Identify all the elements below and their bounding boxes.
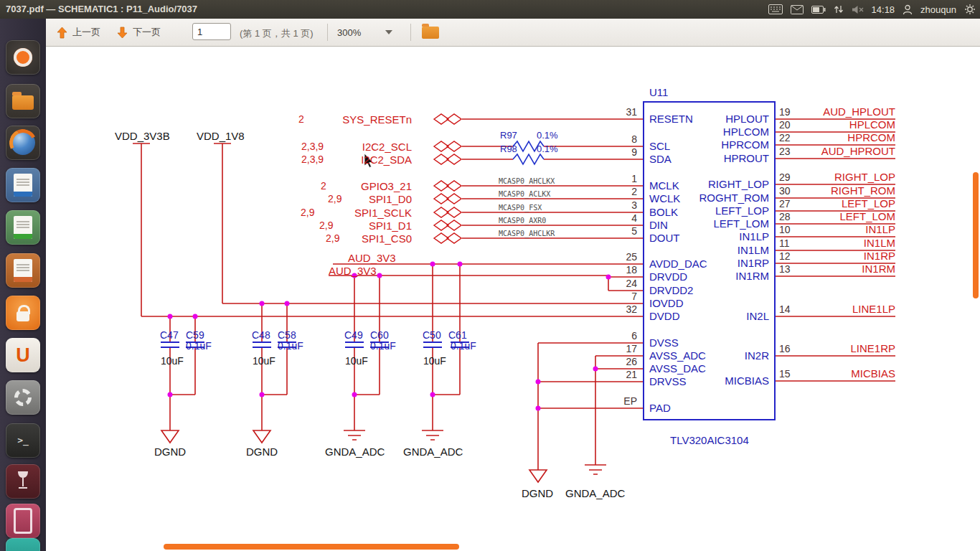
cap-value: 10uF	[423, 355, 446, 367]
left-net-label: SPI1_D1	[297, 220, 412, 232]
volume-muted-icon[interactable]	[852, 5, 864, 14]
left-pin-number: 5	[608, 225, 637, 237]
wine-icon[interactable]	[6, 464, 40, 499]
cap-value: 0.1uF	[451, 340, 476, 352]
libreoffice-calc-icon[interactable]	[6, 210, 40, 245]
left-net-label: SPI1_SCLK	[297, 207, 412, 219]
page-number-input[interactable]	[192, 23, 231, 40]
right-pin-name: LEFT_LOM	[654, 217, 769, 230]
gear-icon	[14, 389, 32, 406]
right-pin-name: RIGHT_LOP	[654, 178, 769, 190]
cap-ref: C49	[344, 329, 363, 341]
cap-ref: C59	[186, 329, 204, 341]
previous-page-label: 上一页	[72, 26, 100, 39]
left-pin-number: 6	[608, 330, 637, 342]
net-label-aud-3v3: AUD_3V3	[348, 252, 396, 264]
network-traffic-icon[interactable]	[834, 4, 844, 14]
right-pin-name: IN1LP	[654, 230, 769, 242]
mail-icon[interactable]	[791, 5, 804, 14]
cap-ref: C50	[423, 329, 441, 341]
battery-icon[interactable]	[811, 6, 826, 14]
tablet-tool-icon[interactable]	[6, 504, 40, 538]
recent-folder-button[interactable]	[418, 22, 443, 42]
desktop: 7037.pdf — SCHEMATIC1 : P11_Audio/7037 1…	[0, 0, 980, 551]
clock[interactable]: 14:18	[872, 4, 895, 15]
cap-value: 0.1uF	[278, 340, 303, 352]
cap-value: 10uF	[161, 355, 184, 367]
left-pin-number: 21	[608, 369, 637, 380]
power-label: VDD_1V8	[197, 130, 245, 142]
left-pin-name: AVSS_DAC	[649, 362, 706, 375]
firefox-icon[interactable]	[6, 126, 40, 160]
left-pin-number: EP	[608, 395, 637, 407]
user-menu[interactable]: zhouqun	[920, 4, 956, 15]
bus-label: MCASP0_ACLKX	[499, 190, 550, 199]
right-net-label: LINE1LP	[781, 303, 895, 315]
ground-label: DGND	[154, 446, 186, 458]
right-pin-name: IN2R	[654, 349, 769, 362]
left-pin-number: 31	[608, 106, 637, 118]
resistor-tolerance: 0.1%	[537, 131, 558, 141]
left-pin-number: 9	[608, 146, 637, 158]
right-net-label: IN1RP	[781, 250, 895, 262]
ground-label: GNDA_ADC	[325, 446, 385, 458]
user-icon[interactable]	[903, 4, 913, 15]
cap-value: 0.1uF	[370, 340, 396, 352]
horizontal-scrollbar-thumb[interactable]	[164, 544, 459, 550]
next-page-button[interactable]: 下一页	[112, 22, 165, 42]
right-pin-name: LEFT_LOP	[654, 204, 769, 217]
ubuntu-dash-icon[interactable]	[6, 40, 40, 75]
left-net-label: SPI1_D0	[297, 193, 412, 205]
top-menu-bar: 7037.pdf — SCHEMATIC1 : P11_Audio/7037 1…	[0, 0, 980, 19]
right-net-label: HPRCOM	[781, 131, 895, 143]
cap-ref: C61	[448, 329, 467, 341]
chip-part-number: TLV320AIC3104	[670, 434, 749, 446]
zoom-combobox[interactable]: 300%	[333, 22, 397, 42]
ubuntu-software-center-icon[interactable]	[6, 296, 40, 330]
system-settings-icon[interactable]	[6, 380, 40, 415]
presentation-icon	[14, 259, 32, 282]
left-pin-number: 18	[608, 264, 637, 276]
session-gear-icon[interactable]	[964, 4, 976, 15]
folder-icon	[422, 27, 439, 39]
right-net-label: MICBIAS	[781, 367, 895, 380]
cap-value: 10uF	[345, 355, 368, 367]
resistor-ref: R97	[500, 131, 517, 141]
zoom-value: 300%	[337, 27, 361, 38]
ubuntu-logo-icon	[14, 48, 32, 67]
net-label-aud-3v3: AUD_3V3	[329, 265, 377, 277]
ground-label: DGND	[522, 487, 553, 499]
keyboard-icon[interactable]	[768, 4, 783, 14]
ground-label: DGND	[246, 446, 278, 458]
right-pin-name: HPROUT	[654, 152, 769, 164]
bus-label: MCASP0_AHCLKX	[499, 177, 555, 186]
previous-page-button[interactable]: 上一页	[52, 22, 105, 42]
folder-icon	[12, 95, 34, 110]
right-net-label: HPLCOM	[781, 118, 895, 131]
next-page-label: 下一页	[133, 26, 161, 39]
workspace-icon[interactable]	[6, 538, 40, 551]
right-pin-name: ROGHT_ROM	[654, 192, 769, 204]
document-icon	[14, 174, 32, 197]
ground-label: GNDA_ADC	[565, 487, 625, 499]
left-pin-number: 32	[608, 303, 637, 315]
ground-label: GNDA_ADC	[403, 446, 463, 458]
vertical-scrollbar-thumb[interactable]	[973, 172, 979, 298]
right-net-label: LINE1RP	[781, 342, 895, 354]
left-pin-number: 3	[608, 199, 637, 211]
libreoffice-writer-icon[interactable]	[6, 168, 40, 202]
left-pin-number: 25	[608, 251, 637, 263]
page-count-info: (第 1 页，共 1 页)	[240, 27, 314, 40]
chevron-down-icon	[385, 30, 392, 34]
left-pin-name: DVSS	[649, 336, 679, 349]
pdf-page: VDD_3V3B VDD_1V8 AUD_3V3 AUD_3V3 2 2,3,9…	[46, 46, 980, 551]
terminal-icon[interactable]: >_	[6, 423, 40, 458]
chip-refdes: U11	[649, 86, 668, 98]
right-pin-name: MICBIAS	[654, 375, 769, 387]
ubuntu-one-glyph: U	[6, 338, 40, 372]
ubuntu-one-icon[interactable]: U	[6, 338, 40, 372]
file-manager-icon[interactable]	[6, 84, 40, 118]
libreoffice-impress-icon[interactable]	[6, 253, 40, 288]
resistor-tolerance: 0.1%	[537, 144, 558, 155]
right-pin-name: IN2L	[654, 310, 769, 322]
